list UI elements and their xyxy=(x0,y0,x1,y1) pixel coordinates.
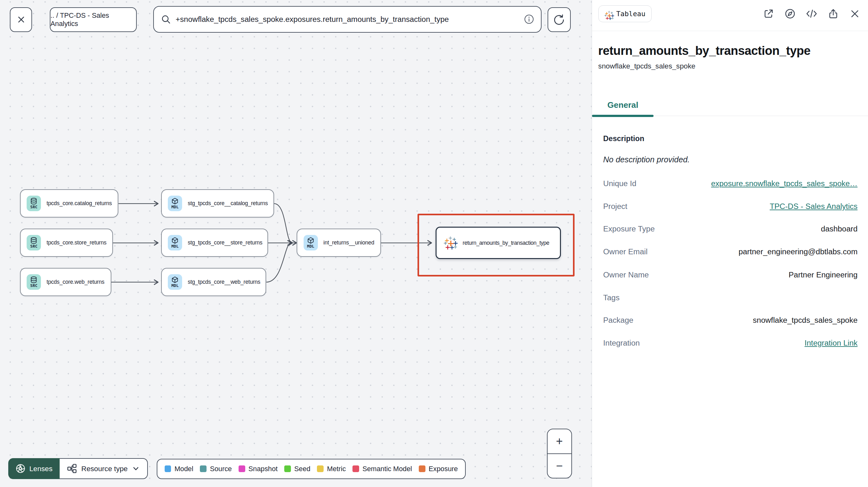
refresh-button[interactable] xyxy=(548,7,571,32)
code-icon xyxy=(806,8,817,20)
app-window: SRC tpcds_core.catalog_returns SRC tpcds… xyxy=(0,0,868,487)
lineage-canvas[interactable]: SRC tpcds_core.catalog_returns SRC tpcds… xyxy=(0,0,592,487)
legend-item: Model xyxy=(165,465,193,473)
close-lineage-button[interactable] xyxy=(10,7,32,32)
chevron-down-icon xyxy=(132,465,140,473)
node-label: tpcds_core.catalog_returns xyxy=(46,200,112,207)
open-external-button[interactable] xyxy=(762,8,774,20)
node-source-store-returns[interactable]: SRC tpcds_core.store_returns xyxy=(20,229,113,257)
cube-icon xyxy=(307,237,314,244)
field-row-project: Project TPC-DS - Sales Analytics xyxy=(603,201,858,212)
node-source-web-returns[interactable]: SRC tpcds_core.web_returns xyxy=(20,268,111,296)
node-label: tpcds_core.store_returns xyxy=(46,239,106,246)
zoom-control: + − xyxy=(547,429,572,479)
source-swatch xyxy=(200,465,207,472)
field-row-owner-name: Owner Name Partner Engineering xyxy=(603,269,858,281)
compass-icon xyxy=(784,8,796,20)
view-code-button[interactable] xyxy=(806,8,817,20)
field-row-unique-id: Unique Id exposure.snowflake_tpcds_sales… xyxy=(603,178,858,189)
panel-header: +++++++++ Tableau xyxy=(592,0,868,31)
legend-item: Exposure xyxy=(419,465,458,473)
node-label: tpcds_core.web_returns xyxy=(46,279,104,285)
node-label: int_returns__unioned xyxy=(323,239,374,246)
exposure-swatch xyxy=(419,465,426,472)
node-label: stg_tpcds_core__catalog_returns xyxy=(188,200,268,207)
cube-icon xyxy=(171,276,179,284)
legend-item: Seed xyxy=(284,465,310,473)
database-icon xyxy=(30,237,37,244)
tab-general[interactable]: General xyxy=(592,95,654,116)
page-title: return_amounts_by_transaction_type xyxy=(598,44,811,58)
lineage-search[interactable] xyxy=(153,6,541,33)
node-stg-catalog-returns[interactable]: MDL stg_tpcds_core__catalog_returns xyxy=(161,189,274,218)
external-link-icon xyxy=(763,8,774,19)
close-icon xyxy=(16,14,26,24)
canvas-toolbar: Lenses Resource type xyxy=(8,458,148,479)
node-label: stg_tpcds_core__store_returns xyxy=(188,239,262,246)
node-stg-store-returns[interactable]: MDL stg_tpcds_core__store_returns xyxy=(161,229,268,257)
panel-tabs: General xyxy=(592,95,868,116)
description-heading: Description xyxy=(603,134,644,143)
project-link[interactable]: TPC-DS - Sales Analytics xyxy=(770,202,858,211)
source-badge: SRC xyxy=(27,274,41,290)
field-row-owner-email: Owner Email partner_engineering@dbtlabs.… xyxy=(603,246,858,257)
legend-item: Metric xyxy=(317,465,346,473)
legend-item: Semantic Model xyxy=(352,465,412,473)
source-badge: SRC xyxy=(27,235,41,251)
search-input[interactable] xyxy=(176,15,524,24)
details-panel: +++++++++ Tableau xyxy=(592,0,868,487)
model-swatch xyxy=(165,465,171,472)
close-icon xyxy=(849,8,860,19)
field-row-tags: Tags xyxy=(603,292,858,303)
metric-swatch xyxy=(317,465,323,472)
model-badge: MDL xyxy=(168,196,182,211)
breadcrumb[interactable]: .. / TPC-DS - Sales Analytics xyxy=(50,7,137,32)
field-row-integration: Integration Integration Link xyxy=(603,337,858,349)
source-badge: SRC xyxy=(27,196,41,211)
semantic-model-swatch xyxy=(352,465,359,472)
close-panel-button[interactable] xyxy=(849,8,861,20)
model-badge: MDL xyxy=(168,274,182,290)
node-source-catalog-returns[interactable]: SRC tpcds_core.catalog_returns xyxy=(20,189,119,218)
resource-type-dropdown[interactable]: Resource type xyxy=(60,458,148,479)
tableau-integration-badge[interactable]: +++++++++ Tableau xyxy=(598,5,652,22)
resource-type-icon xyxy=(67,463,77,474)
node-exposure-return-amounts[interactable]: +++++++++ return_amounts_by_transaction_… xyxy=(436,227,561,259)
explore-button[interactable] xyxy=(784,8,796,20)
zoom-out-button[interactable]: − xyxy=(548,454,571,478)
zoom-in-button[interactable]: + xyxy=(548,429,571,454)
model-badge: MDL xyxy=(304,235,318,251)
refresh-icon xyxy=(553,13,565,26)
panel-actions xyxy=(762,8,861,20)
field-row-exposure-type: Exposure Type dashboard xyxy=(603,224,858,235)
node-label: return_amounts_by_transaction_type xyxy=(463,240,549,246)
node-label: stg_tpcds_core__web_returns xyxy=(188,279,260,285)
package-subtitle: snowflake_tpcds_sales_spoke xyxy=(598,62,695,70)
node-stg-web-returns[interactable]: MDL stg_tpcds_core__web_returns xyxy=(161,268,267,296)
info-icon[interactable] xyxy=(524,14,534,24)
tableau-logo-icon: +++++++++ xyxy=(444,236,457,250)
database-icon xyxy=(30,197,37,205)
cube-icon xyxy=(171,237,179,244)
lenses-button[interactable]: Lenses xyxy=(8,458,60,479)
integration-link[interactable]: Integration Link xyxy=(805,338,858,348)
legend-item: Snapshot xyxy=(239,465,278,473)
search-icon xyxy=(161,14,171,24)
database-icon xyxy=(30,276,37,284)
field-row-package: Package snowflake_tpcds_sales_spoke xyxy=(603,315,858,326)
model-badge: MDL xyxy=(168,235,182,251)
tableau-logo-icon: +++++++++ xyxy=(604,10,611,17)
share-button[interactable] xyxy=(827,8,839,20)
seed-swatch xyxy=(284,465,291,472)
legend-item: Source xyxy=(200,465,231,473)
lenses-aperture-icon xyxy=(16,463,25,474)
resource-legend: Model Source Snapshot Seed Metric Semant… xyxy=(157,459,466,479)
share-icon xyxy=(828,8,839,19)
unique-id-link[interactable]: exposure.snowflake_tpcds_sales_spoke… xyxy=(711,179,858,188)
cube-icon xyxy=(171,197,179,205)
snapshot-swatch xyxy=(239,465,245,472)
node-int-returns-unioned[interactable]: MDL int_returns__unioned xyxy=(297,229,381,257)
description-empty-text: No description provided. xyxy=(603,155,690,164)
